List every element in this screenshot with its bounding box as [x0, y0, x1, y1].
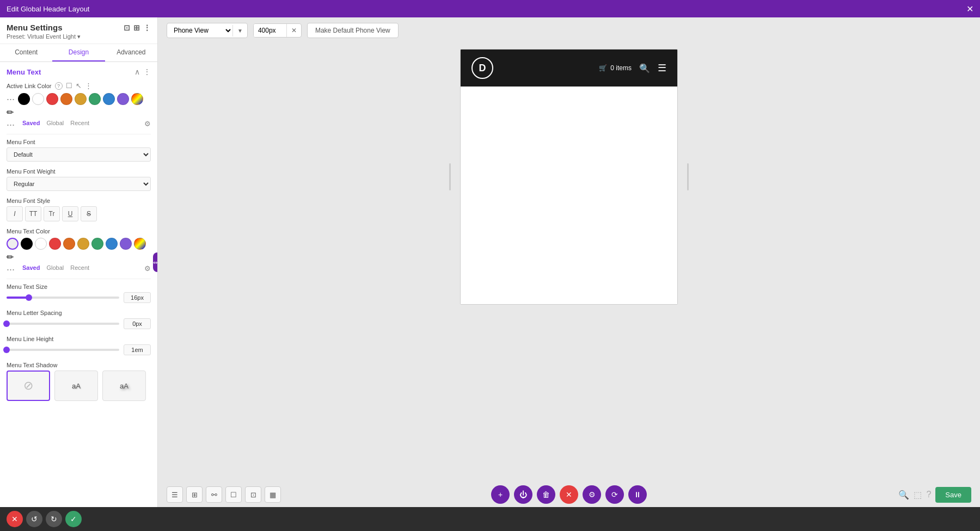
swatch-white[interactable]: [32, 93, 44, 105]
px-input-wrapper: ✕: [253, 23, 302, 38]
swatch-white-2[interactable]: [35, 238, 47, 250]
capitalize-btn[interactable]: Tr: [44, 206, 60, 221]
swatch-yellow-2[interactable]: [77, 238, 89, 250]
color-gear-icon-2[interactable]: ⚙: [144, 264, 151, 274]
menu-line-height-input[interactable]: [124, 344, 151, 355]
expand-swatches[interactable]: ···: [7, 120, 15, 129]
help-icon[interactable]: ?: [55, 82, 63, 90]
resize-handle[interactable]: ⇔: [153, 252, 158, 272]
menu-letter-spacing-input[interactable]: [124, 318, 151, 329]
italic-btn[interactable]: I: [7, 206, 23, 221]
section-more-icon[interactable]: ⋮: [143, 67, 151, 76]
menu-text-size-input[interactable]: [124, 292, 151, 303]
more-swatches-btn[interactable]: ···: [7, 94, 15, 104]
pen-icon[interactable]: ✏: [7, 107, 14, 118]
expand-swatches-2[interactable]: ···: [7, 264, 15, 274]
expand-icon[interactable]: ⊞: [133, 23, 140, 32]
more-icon[interactable]: ⋮: [143, 23, 151, 32]
color-tab-global[interactable]: Global: [46, 120, 64, 129]
color-tab-global-2[interactable]: Global: [46, 264, 64, 274]
underline-btn[interactable]: U: [62, 206, 78, 221]
swatch-purple[interactable]: [117, 93, 129, 105]
zoom-icon-bottom[interactable]: 🔍: [898, 490, 909, 500]
pointer-icon[interactable]: ↖: [76, 82, 82, 90]
tool-grid[interactable]: ⊞: [186, 486, 203, 503]
make-default-btn[interactable]: Make Default Phone View: [307, 23, 399, 38]
menu-letter-spacing-thumb[interactable]: [3, 320, 10, 327]
pen-icon-2[interactable]: ✏: [7, 252, 14, 262]
color-tab-saved-2[interactable]: Saved: [22, 264, 40, 274]
delete-btn[interactable]: 🗑: [537, 485, 555, 504]
tool-hamburger[interactable]: ☰: [167, 486, 183, 503]
collapse-icon[interactable]: ∧: [134, 67, 140, 76]
menu-text-shadow-group: Menu Text Shadow ⊘ aA aA: [7, 362, 151, 401]
px-input[interactable]: [254, 24, 286, 37]
uppercase-btn[interactable]: TT: [25, 206, 41, 221]
save-button[interactable]: Save: [935, 487, 971, 503]
color-tab-recent[interactable]: Recent: [70, 120, 89, 129]
shadow-none-btn[interactable]: ⊘: [7, 371, 50, 401]
menu-font-weight-select[interactable]: Regular: [7, 177, 151, 191]
swatch-custom-2[interactable]: [134, 238, 146, 250]
swatch-black-2[interactable]: [21, 238, 33, 250]
settings-btn[interactable]: ⚙: [583, 485, 601, 504]
swatch-orange[interactable]: [60, 93, 72, 105]
swatch-purple-2[interactable]: [120, 238, 132, 250]
color-tab-saved[interactable]: Saved: [22, 120, 40, 129]
pause-btn[interactable]: ⏸: [628, 485, 647, 504]
redo-btn[interactable]: ↻: [46, 511, 62, 527]
tool-chat[interactable]: ☐: [225, 486, 242, 503]
minimize-icon[interactable]: ⊡: [124, 23, 130, 32]
tablet-icon-bottom[interactable]: ⬚: [914, 490, 922, 500]
add-btn[interactable]: +: [491, 485, 510, 504]
device-icon[interactable]: ☐: [66, 82, 72, 90]
tab-content[interactable]: Content: [0, 44, 52, 61]
swatch-green-2[interactable]: [91, 238, 103, 250]
swatch-black[interactable]: [18, 93, 30, 105]
confirm-btn[interactable]: ✓: [65, 511, 82, 527]
tool-link[interactable]: ⚯: [206, 486, 222, 503]
view-select[interactable]: Phone View Tablet View Desktop View: [167, 23, 232, 38]
color-gear-icon[interactable]: ⚙: [144, 120, 151, 129]
menu-line-height-thumb[interactable]: [3, 347, 10, 353]
help-icon-bottom[interactable]: ?: [926, 490, 931, 499]
tab-design[interactable]: Design: [52, 44, 105, 61]
swatch-green[interactable]: [89, 93, 101, 105]
swatch-blue[interactable]: [103, 93, 115, 105]
tool-square[interactable]: ⊡: [245, 486, 261, 503]
menu-letter-spacing-track[interactable]: [7, 323, 119, 325]
view-select-arrow-icon[interactable]: ▼: [232, 25, 247, 36]
cancel-center-btn[interactable]: ✕: [560, 485, 578, 504]
menu-text-size-thumb[interactable]: [26, 294, 32, 301]
swatch-yellow[interactable]: [75, 93, 87, 105]
cancel-action-btn[interactable]: ✕: [7, 511, 23, 527]
drag-handle-right[interactable]: [687, 163, 689, 190]
swatch-orange-2[interactable]: [63, 238, 75, 250]
refresh-btn[interactable]: ⟳: [605, 485, 624, 504]
shadow-medium-btn[interactable]: aA: [102, 371, 146, 401]
phone-cart: 🛒 0 items: [599, 64, 632, 72]
more-options-icon[interactable]: ⋮: [85, 82, 92, 90]
undo-btn[interactable]: ↺: [26, 511, 42, 527]
swatch-blue-2[interactable]: [106, 238, 118, 250]
tab-advanced[interactable]: Advanced: [105, 44, 157, 61]
phone-frame-wrapper: D 🛒 0 items 🔍 ☰: [460, 49, 678, 305]
active-link-color-swatches: ··· ✏: [7, 93, 151, 118]
px-close-icon[interactable]: ✕: [286, 24, 301, 37]
menu-font-select[interactable]: Default: [7, 147, 151, 162]
color-tab-recent-2[interactable]: Recent: [70, 264, 89, 274]
search-icon-preview[interactable]: 🔍: [639, 63, 650, 73]
power-btn[interactable]: ⏻: [514, 485, 532, 504]
shadow-light-btn[interactable]: aA: [54, 371, 98, 401]
swatch-active-white[interactable]: [7, 238, 19, 250]
swatch-red-2[interactable]: [49, 238, 61, 250]
hamburger-icon-preview[interactable]: ☰: [658, 62, 666, 74]
menu-text-size-track[interactable]: [7, 297, 119, 299]
drag-handle-left[interactable]: [449, 163, 451, 190]
tool-columns[interactable]: ▦: [265, 486, 281, 503]
swatch-custom[interactable]: [131, 93, 143, 105]
strikethrough-btn[interactable]: S: [81, 206, 97, 221]
menu-line-height-track[interactable]: [7, 349, 119, 351]
close-icon[interactable]: ✕: [966, 4, 973, 14]
swatch-red[interactable]: [46, 93, 58, 105]
